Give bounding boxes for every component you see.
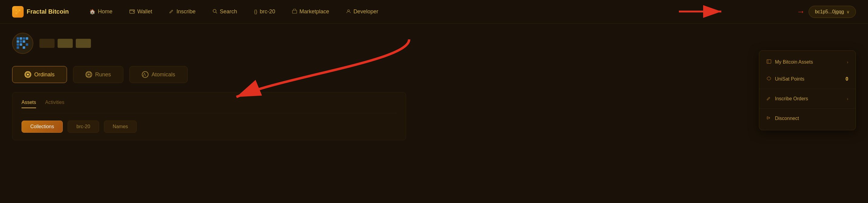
- dropdown-disconnect-label: Disconnect: [775, 116, 799, 121]
- developer-icon: [346, 9, 351, 15]
- nav-wallet[interactable]: Wallet: [121, 0, 161, 24]
- sub-tab-assets[interactable]: Assets: [22, 100, 36, 108]
- svg-rect-15: [17, 43, 19, 46]
- tab-ordinals[interactable]: Ordinals: [12, 66, 67, 83]
- svg-rect-27: [767, 60, 771, 63]
- tab-ordinals-label: Ordinals: [34, 71, 55, 78]
- tab-atomicals[interactable]: Λ Atomicals: [129, 66, 188, 83]
- dropdown-bitcoin-assets[interactable]: My Bitcoin Assets ›: [759, 54, 856, 71]
- address-block-3: [76, 39, 91, 48]
- inscribe-orders-chevron-icon: ›: [847, 96, 848, 101]
- address-block-1: [39, 39, 55, 48]
- logo-area[interactable]: Fractal Bitcoin: [12, 6, 69, 18]
- wallet-address: bc1p5...0jgqg: [815, 9, 844, 14]
- svg-rect-25: [88, 74, 89, 75]
- svg-rect-16: [23, 40, 25, 43]
- dropdown-unisat-points[interactable]: UniSat Points 0: [759, 71, 856, 88]
- svg-rect-13: [23, 37, 25, 40]
- filter-brc20[interactable]: brc-20: [68, 121, 99, 133]
- nav-items: 🏠 Home Wallet Inscribe: [81, 0, 797, 24]
- main-tabs: Ordinals Runes Λ Atomicals: [12, 66, 856, 83]
- svg-rect-0: [16, 9, 17, 11]
- nav-inscribe[interactable]: Inscribe: [161, 0, 204, 24]
- nav-brc20-label: brc-20: [260, 8, 275, 15]
- sub-tabs-container: Assets Activities Collections brc-20 Nam…: [12, 92, 406, 140]
- svg-rect-18: [20, 43, 22, 46]
- svg-point-9: [348, 10, 349, 11]
- nav-search-label: Search: [220, 8, 237, 15]
- dropdown-disconnect-left: Disconnect: [767, 115, 799, 122]
- svg-rect-3: [17, 11, 19, 12]
- svg-rect-19: [26, 43, 28, 46]
- svg-rect-8: [292, 10, 297, 13]
- sub-tab-activities[interactable]: Activities: [45, 100, 64, 108]
- unisat-points-badge: 0: [845, 76, 848, 82]
- marketplace-icon: [292, 9, 297, 15]
- nav-home-label: Home: [98, 8, 113, 15]
- search-icon: [213, 9, 217, 15]
- dropdown-inscribe-orders[interactable]: Inscribe Orders ›: [759, 90, 856, 107]
- dropdown-bitcoin-assets-label: My Bitcoin Assets: [775, 59, 813, 65]
- navbar: Fractal Bitcoin 🏠 Home Wallet Inscr: [0, 0, 868, 24]
- svg-rect-10: [17, 37, 19, 40]
- brc20-icon: {}: [254, 9, 257, 14]
- nav-right: → bc1p5...0jgqg ∨: [797, 6, 856, 18]
- dropdown-unisat-points-label: UniSat Points: [775, 76, 804, 82]
- runes-icon: [86, 71, 92, 78]
- nav-search[interactable]: Search: [204, 0, 246, 24]
- svg-rect-21: [17, 46, 19, 49]
- svg-rect-20: [23, 46, 25, 49]
- dropdown-bitcoin-assets-left: My Bitcoin Assets: [767, 59, 813, 65]
- filter-names[interactable]: Names: [104, 121, 137, 133]
- tab-runes-label: Runes: [95, 71, 111, 78]
- svg-text:Λ: Λ: [143, 72, 146, 77]
- svg-rect-12: [17, 40, 19, 43]
- dropdown-divider-2: [759, 108, 856, 109]
- nav-inscribe-label: Inscribe: [176, 8, 195, 15]
- ordinals-icon: [25, 71, 31, 78]
- svg-rect-2: [19, 9, 20, 11]
- bitcoin-assets-chevron-icon: ›: [847, 60, 848, 65]
- brand-name: Fractal Bitcoin: [27, 8, 69, 15]
- home-icon: 🏠: [89, 9, 95, 14]
- svg-line-7: [216, 12, 217, 13]
- tab-runes[interactable]: Runes: [73, 66, 123, 83]
- nav-developer[interactable]: Developer: [338, 0, 387, 24]
- svg-rect-1: [16, 12, 17, 14]
- svg-rect-17: [26, 37, 28, 40]
- bitcoin-assets-icon: [767, 59, 771, 65]
- dropdown-disconnect[interactable]: Disconnect: [759, 110, 856, 127]
- svg-rect-11: [20, 37, 22, 40]
- dropdown-menu: My Bitcoin Assets › UniSat Points 0: [759, 50, 856, 130]
- sub-tabs-header: Assets Activities: [22, 100, 397, 113]
- wallet-section: UniSat Points › ♦ 0 Ordinals: [12, 33, 856, 140]
- wallet-address-bar: [39, 39, 91, 48]
- filter-tabs: Collections brc-20 Names: [22, 121, 397, 133]
- dropdown-unisat-points-left: UniSat Points: [767, 76, 804, 82]
- nav-wallet-label: Wallet: [137, 8, 152, 15]
- logo-icon: [12, 6, 24, 18]
- nav-marketplace[interactable]: Marketplace: [284, 0, 338, 24]
- dropdown-inscribe-orders-label: Inscribe Orders: [775, 96, 808, 102]
- wallet-connect-button[interactable]: bc1p5...0jgqg ∨: [809, 6, 856, 18]
- tab-atomicals-label: Atomicals: [152, 71, 175, 78]
- svg-rect-14: [20, 40, 22, 43]
- nav-home[interactable]: 🏠 Home: [81, 0, 121, 24]
- wallet-icon: [129, 9, 135, 15]
- unisat-points-menu-icon: [767, 76, 771, 82]
- filter-collections[interactable]: Collections: [22, 121, 63, 133]
- nav-developer-label: Developer: [353, 8, 378, 15]
- address-block-2: [58, 39, 73, 48]
- wallet-chevron-icon: ∨: [846, 9, 849, 14]
- nav-brc20[interactable]: {} brc-20: [246, 0, 284, 24]
- inscribe-orders-icon: [767, 96, 771, 102]
- dropdown-divider-1: [759, 89, 856, 89]
- dropdown-inscribe-orders-left: Inscribe Orders: [767, 96, 808, 102]
- disconnect-icon: [767, 115, 771, 122]
- wallet-header: [12, 33, 856, 54]
- atomicals-icon: Λ: [142, 71, 149, 78]
- main-content: UniSat Points › ♦ 0 Ordinals: [0, 24, 868, 149]
- svg-rect-5: [133, 11, 134, 12]
- nav-marketplace-label: Marketplace: [300, 8, 329, 15]
- avatar: [12, 33, 33, 54]
